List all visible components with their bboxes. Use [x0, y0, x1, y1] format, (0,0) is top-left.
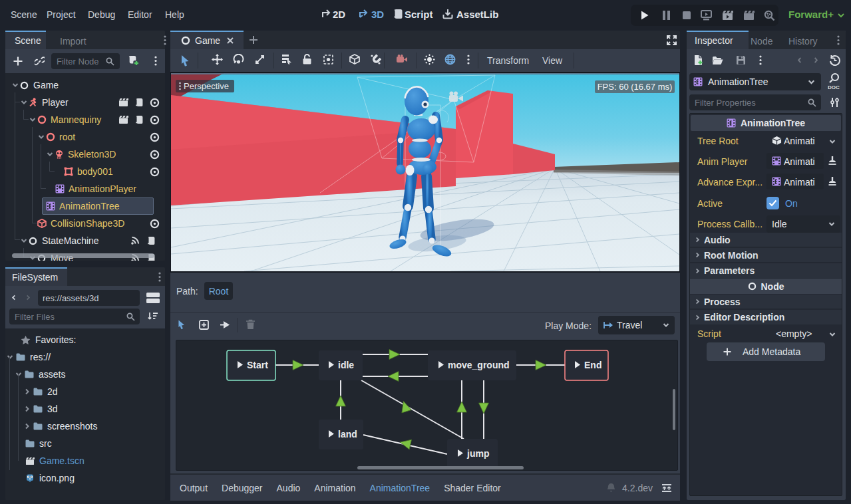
svg-text:DOC: DOC — [828, 84, 840, 90]
svg-text:End: End — [584, 360, 601, 370]
svg-text:land: land — [338, 429, 357, 440]
svg-text:idle: idle — [338, 360, 354, 370]
svg-text:jump: jump — [466, 448, 489, 459]
svg-text:Start: Start — [247, 360, 268, 370]
svg-text:move_ground: move_ground — [448, 360, 510, 370]
